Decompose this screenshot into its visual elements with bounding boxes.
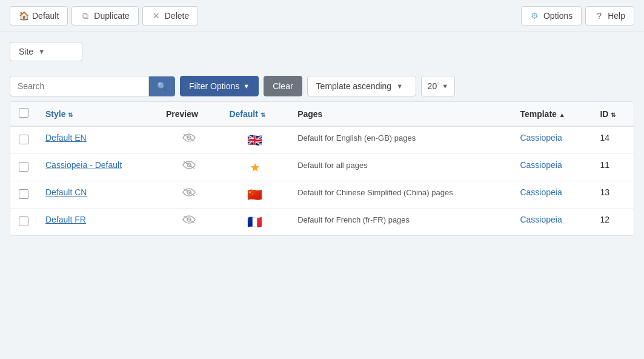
default-label: Default (32, 11, 59, 21)
gear-icon: ⚙ (530, 11, 540, 21)
toolbar-right: ⚙ Options ? Help (521, 6, 634, 25)
style-sort-icon: ⇅ (68, 112, 73, 118)
preview-icon (166, 133, 212, 143)
pages-text: Default for all pages (297, 161, 368, 170)
help-button[interactable]: ? Help (585, 6, 634, 25)
search-bar: 🔍 Filter Options ▼ Clear Template ascend… (10, 71, 634, 101)
row-checkbox-cell (10, 209, 37, 236)
help-label: Help (608, 11, 625, 21)
row-preview (158, 126, 221, 154)
options-button[interactable]: ⚙ Options (521, 6, 582, 25)
question-icon: ? (594, 11, 604, 21)
id-value: 14 (600, 133, 609, 143)
row-id: 12 (591, 209, 634, 236)
row-preview (158, 181, 221, 209)
row-id: 11 (591, 154, 634, 181)
row-checkbox-cell (10, 126, 37, 154)
row-pages: Default for Chinese Simplified (China) p… (289, 181, 511, 209)
style-link[interactable]: Default EN (45, 133, 87, 143)
table-row: Cassiopeia - Default ★ Default for all p… (10, 154, 634, 181)
duplicate-button[interactable]: ⧉ Duplicate (71, 6, 138, 25)
row-style: Default CN (37, 181, 158, 209)
pages-text: Default for French (fr-FR) pages (297, 215, 410, 224)
site-dropdown[interactable]: Site ▼ (10, 42, 82, 61)
default-button[interactable]: 🏠 Default (10, 6, 68, 25)
per-page-dropdown[interactable]: 20 ▼ (421, 76, 455, 96)
style-link[interactable]: Cassiopeia - Default (45, 160, 122, 170)
sort-label: Template ascending (316, 81, 392, 91)
row-checkbox-cell (10, 154, 37, 181)
row-checkbox[interactable] (19, 216, 28, 226)
default-flag: ★ (229, 160, 281, 175)
header-default[interactable]: Default ⇅ (221, 102, 289, 126)
main-toolbar: 🏠 Default ⧉ Duplicate ✕ Delete ⚙ Options… (0, 0, 644, 32)
header-style[interactable]: Style ⇅ (37, 102, 158, 126)
delete-button[interactable]: ✕ Delete (142, 6, 198, 25)
row-preview (158, 209, 221, 236)
search-button[interactable]: 🔍 (149, 76, 175, 96)
sort-dropdown[interactable]: Template ascending ▼ (307, 76, 416, 96)
table-row: Default CN 🇨🇳 Default for Chinese Simpli… (10, 181, 634, 209)
toolbar-left: 🏠 Default ⧉ Duplicate ✕ Delete (10, 6, 517, 25)
search-input[interactable] (10, 76, 149, 96)
row-checkbox[interactable] (19, 162, 28, 172)
main-content: Site ▼ 🔍 Filter Options ▼ Clear Template… (0, 32, 644, 246)
template-sort-icon: ▲ (559, 112, 565, 118)
row-pages: Default for English (en-GB) pages (289, 126, 511, 154)
row-default: ★ (221, 154, 289, 181)
per-page-chevron-down-icon: ▼ (442, 82, 448, 90)
template-link[interactable]: Cassiopeia (520, 160, 562, 170)
row-pages: Default for French (fr-FR) pages (289, 209, 511, 236)
row-template: Cassiopeia (511, 154, 591, 181)
style-link[interactable]: Default FR (45, 215, 86, 224)
styles-table-container: Style ⇅ Preview Default ⇅ Pages Template (10, 101, 634, 236)
search-input-group: 🔍 (10, 76, 175, 96)
row-template: Cassiopeia (511, 126, 591, 154)
row-checkbox[interactable] (19, 135, 28, 144)
id-value: 13 (600, 187, 609, 197)
default-sort-icon: ⇅ (261, 112, 265, 118)
delete-icon: ✕ (151, 11, 161, 21)
styles-table: Style ⇅ Preview Default ⇅ Pages Template (10, 102, 634, 235)
select-all-checkbox[interactable] (19, 108, 28, 118)
row-default: 🇫🇷 (221, 209, 289, 236)
id-sort-icon: ⇅ (611, 112, 616, 118)
header-template[interactable]: Template ▲ (511, 102, 591, 126)
row-style: Cassiopeia - Default (37, 154, 158, 181)
preview-icon (166, 215, 212, 224)
header-pages: Pages (289, 102, 511, 126)
template-link[interactable]: Cassiopeia (520, 187, 562, 197)
template-link[interactable]: Cassiopeia (520, 133, 562, 143)
search-icon: 🔍 (157, 82, 167, 91)
row-default: 🇨🇳 (221, 181, 289, 209)
row-checkbox-cell (10, 181, 37, 209)
sort-chevron-down-icon: ▼ (396, 82, 403, 90)
preview-icon (166, 187, 212, 197)
table-row: Default FR 🇫🇷 Default for French (fr-FR)… (10, 209, 634, 236)
row-preview (158, 154, 221, 181)
template-link[interactable]: Cassiopeia (520, 215, 562, 224)
filter-options-button[interactable]: Filter Options ▼ (180, 76, 259, 96)
site-dropdown-label: Site (19, 47, 33, 56)
header-checkbox-cell (10, 102, 37, 126)
row-checkbox[interactable] (19, 189, 28, 199)
clear-label: Clear (273, 81, 293, 91)
style-link[interactable]: Default CN (45, 187, 87, 197)
delete-label: Delete (165, 11, 189, 21)
chevron-down-icon: ▼ (38, 48, 45, 55)
per-page-value: 20 (428, 81, 437, 91)
default-flag: 🇬🇧 (229, 133, 281, 147)
row-style: Default EN (37, 126, 158, 154)
filter-chevron-down-icon: ▼ (243, 82, 250, 90)
header-id[interactable]: ID ⇅ (591, 102, 634, 126)
pages-text: Default for English (en-GB) pages (297, 133, 416, 143)
row-id: 14 (591, 126, 634, 154)
id-value: 11 (600, 160, 609, 170)
table-row: Default EN 🇬🇧 Default for English (en-GB… (10, 126, 634, 154)
row-id: 13 (591, 181, 634, 209)
row-style: Default FR (37, 209, 158, 236)
row-pages: Default for all pages (289, 154, 511, 181)
preview-icon (166, 160, 212, 170)
clear-button[interactable]: Clear (264, 76, 302, 96)
copy-icon: ⧉ (81, 11, 90, 21)
